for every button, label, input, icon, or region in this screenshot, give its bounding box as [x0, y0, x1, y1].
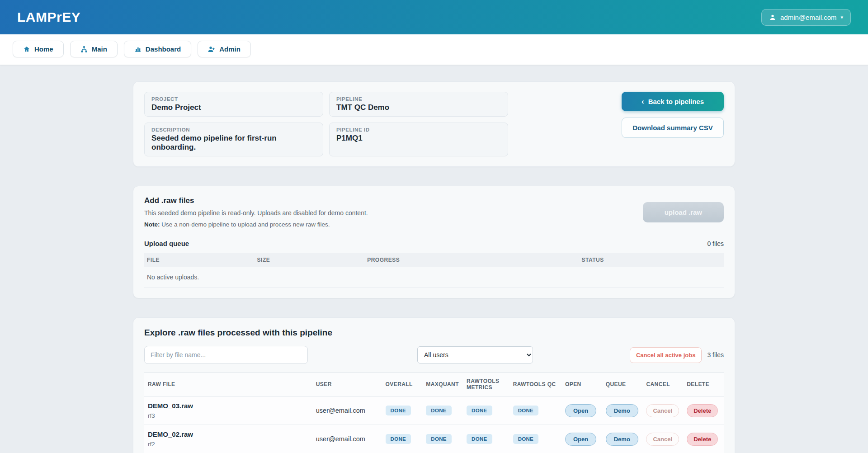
- rawtools-qc-status-badge: DONE: [513, 434, 538, 444]
- nav-dashboard[interactable]: Dashboard: [124, 41, 191, 57]
- raw-file-id: rf3: [148, 412, 309, 419]
- rawtools-metrics-status-badge: DONE: [467, 434, 492, 444]
- upload-empty-row: No active uploads.: [144, 267, 724, 288]
- explore-right-controls: Cancel all active jobs 3 files: [630, 347, 724, 363]
- field-pipeline: PIPELINE TMT QC Demo: [329, 92, 508, 117]
- col-rawtools-qc: RAWTOOLS QC: [509, 373, 561, 396]
- nav-admin-label: Admin: [219, 45, 241, 53]
- explore-controls: All users Cancel all active jobs 3 files: [144, 346, 724, 364]
- raw-file-name: DEMO_03.raw: [148, 402, 309, 410]
- explore-title: Explore .raw files processed with this p…: [144, 328, 724, 338]
- rawtools-qc-status-badge: DONE: [513, 406, 538, 415]
- field-description-label: DESCRIPTION: [151, 127, 316, 132]
- nav-main-label: Main: [92, 45, 107, 53]
- col-queue: QUEUE: [602, 373, 643, 396]
- pipeline-actions: ‹ Back to pipelines Download summary CSV: [622, 92, 724, 138]
- col-delete: DELETE: [683, 373, 724, 396]
- upload-col-size: SIZE: [255, 253, 365, 267]
- rawtools-metrics-status-badge: DONE: [467, 406, 492, 415]
- upload-col-status: STATUS: [579, 253, 724, 267]
- field-pipeline-value: TMT QC Demo: [336, 103, 501, 112]
- field-description: DESCRIPTION Seeded demo pipeline for fir…: [144, 123, 323, 156]
- upload-queue-count: 0 files: [707, 240, 724, 247]
- col-maxquant: MAXQUANT: [422, 373, 463, 396]
- overall-status-badge: DONE: [386, 406, 411, 415]
- table-row: DEMO_02.raw rf2 user@email.com DONE DONE…: [144, 425, 724, 453]
- filter-input[interactable]: [144, 346, 308, 364]
- raw-files-table: RAW FILE USER OVERALL MAXQUANT RAWTOOLS …: [144, 372, 724, 453]
- maxquant-status-badge: DONE: [426, 406, 451, 415]
- queue-demo-button[interactable]: Demo: [606, 433, 638, 446]
- nav-admin[interactable]: Admin: [198, 41, 251, 57]
- table-row: DEMO_03.raw rf3 user@email.com DONE DONE…: [144, 396, 724, 425]
- overall-status-badge: DONE: [386, 434, 411, 444]
- upload-raw-button[interactable]: upload .raw: [643, 202, 724, 222]
- upload-description: This seeded demo pipeline is read-only. …: [144, 209, 368, 217]
- user-menu-button[interactable]: admin@email.com ▾: [761, 9, 851, 26]
- upload-text-block: Add .raw files This seeded demo pipeline…: [144, 196, 368, 228]
- field-project-value: Demo Project: [151, 103, 316, 112]
- back-to-pipelines-button[interactable]: ‹ Back to pipelines: [622, 92, 724, 111]
- chevron-left-icon: ‹: [642, 98, 644, 105]
- upload-table-header-row: FILE SIZE PROGRESS STATUS: [144, 253, 724, 267]
- main-nav: Home Main Dashboard Admin: [0, 34, 868, 65]
- user-email: admin@email.com: [780, 14, 836, 21]
- field-description-value: Seeded demo pipeline for first-run onboa…: [151, 134, 316, 152]
- download-summary-csv-button[interactable]: Download summary CSV: [622, 118, 724, 138]
- chevron-down-icon: ▾: [840, 14, 843, 20]
- home-icon: [23, 46, 30, 53]
- pipeline-summary-card: PROJECT Demo Project PIPELINE TMT QC Dem…: [133, 81, 735, 167]
- col-open: OPEN: [561, 373, 602, 396]
- upload-header: Add .raw files This seeded demo pipeline…: [144, 196, 724, 228]
- brand-logo: LAMPrEY: [17, 9, 80, 25]
- cancel-button[interactable]: Cancel: [646, 433, 679, 446]
- upload-queue-table: FILE SIZE PROGRESS STATUS No active uplo…: [144, 253, 724, 288]
- files-count: 3 files: [707, 351, 724, 359]
- user-filter-select[interactable]: All users: [417, 346, 533, 363]
- col-user: USER: [312, 373, 382, 396]
- upload-card: Add .raw files This seeded demo pipeline…: [133, 186, 735, 298]
- upload-col-progress: PROGRESS: [364, 253, 579, 267]
- files-table-header-row: RAW FILE USER OVERALL MAXQUANT RAWTOOLS …: [144, 373, 724, 396]
- upload-queue-header: Upload queue 0 files: [144, 240, 724, 247]
- upload-title: Add .raw files: [144, 196, 368, 205]
- explore-card: Explore .raw files processed with this p…: [133, 317, 735, 453]
- queue-demo-button[interactable]: Demo: [606, 404, 638, 417]
- pipeline-info-grid: PROJECT Demo Project PIPELINE TMT QC Dem…: [144, 92, 508, 156]
- user-icon: [769, 14, 776, 21]
- upload-col-file: FILE: [144, 253, 255, 267]
- col-raw-file: RAW FILE: [144, 373, 312, 396]
- upload-queue-title: Upload queue: [144, 240, 189, 247]
- upload-note-label: Note:: [144, 221, 160, 228]
- open-button[interactable]: Open: [565, 404, 596, 417]
- page-content: PROJECT Demo Project PIPELINE TMT QC Dem…: [133, 81, 735, 453]
- delete-button[interactable]: Delete: [687, 433, 718, 446]
- field-pipeline-id-value: P1MQ1: [336, 134, 501, 143]
- field-pipeline-id: PIPELINE ID P1MQ1: [329, 123, 508, 156]
- cancel-all-jobs-button[interactable]: Cancel all active jobs: [630, 347, 702, 363]
- field-project-label: PROJECT: [151, 96, 316, 102]
- row-user-email: user@email.com: [312, 425, 382, 453]
- upload-empty-text: No active uploads.: [144, 267, 724, 288]
- nav-home[interactable]: Home: [13, 41, 64, 57]
- nav-dashboard-label: Dashboard: [146, 45, 181, 53]
- open-button[interactable]: Open: [565, 433, 596, 446]
- nav-main[interactable]: Main: [70, 41, 118, 57]
- field-pipeline-label: PIPELINE: [336, 96, 501, 102]
- cancel-button[interactable]: Cancel: [646, 404, 679, 417]
- field-pipeline-id-label: PIPELINE ID: [336, 127, 501, 132]
- raw-file-id: rf2: [148, 441, 309, 448]
- nav-home-label: Home: [34, 45, 53, 53]
- col-overall: OVERALL: [382, 373, 423, 396]
- app-header: LAMPrEY admin@email.com ▾: [0, 0, 868, 34]
- field-project: PROJECT Demo Project: [144, 92, 323, 117]
- row-user-email: user@email.com: [312, 396, 382, 425]
- col-rawtools-metrics: RAWTOOLS METRICS: [463, 373, 509, 396]
- bar-chart-icon: [134, 46, 142, 53]
- upload-note-text: Use a non-demo pipeline to upload and pr…: [161, 221, 330, 228]
- delete-button[interactable]: Delete: [687, 404, 718, 417]
- col-cancel: CANCEL: [642, 373, 683, 396]
- back-to-pipelines-label: Back to pipelines: [648, 98, 704, 105]
- admin-user-icon: [208, 46, 215, 53]
- upload-note: Note: Use a non-demo pipeline to upload …: [144, 221, 368, 228]
